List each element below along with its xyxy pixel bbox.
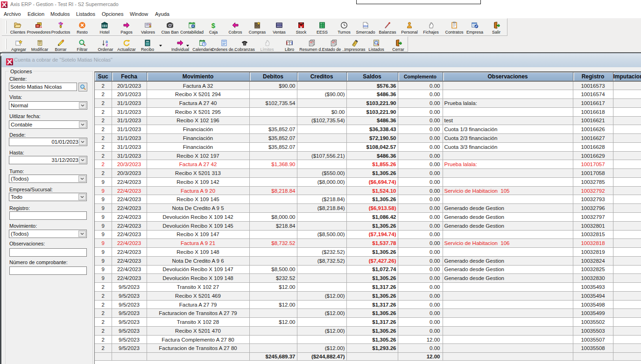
- svg-text:010: 010: [363, 24, 368, 27]
- svg-text:z: z: [106, 42, 108, 47]
- svg-text:$: $: [211, 21, 216, 29]
